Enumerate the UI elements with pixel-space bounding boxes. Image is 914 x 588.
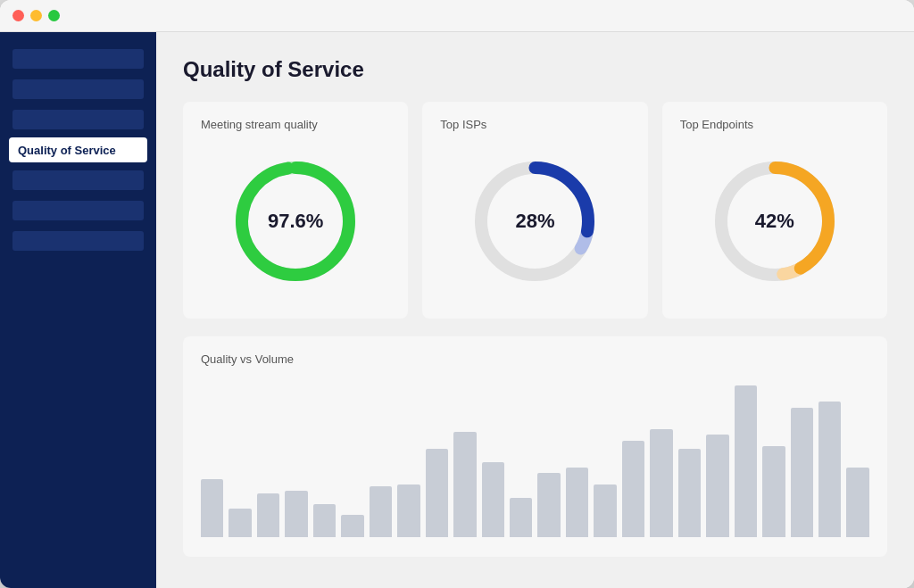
titlebar: [0, 0, 914, 32]
bar-20: [762, 446, 785, 537]
quality-volume-card: Quality vs Volume: [183, 336, 887, 557]
bar-18: [706, 435, 728, 537]
donut-top-isps: 28%: [468, 154, 602, 288]
sidebar-placeholder: [12, 79, 144, 99]
bar-0: [201, 479, 223, 537]
bar-5: [341, 515, 363, 537]
bar-16: [650, 429, 672, 537]
sidebar-item-item-1[interactable]: [9, 46, 147, 71]
bar-8: [426, 449, 448, 537]
bar-21: [791, 408, 813, 537]
bar-23: [846, 468, 868, 537]
sidebar-placeholder: [12, 49, 144, 69]
sidebar-placeholder: [12, 201, 144, 220]
donut-top-endpoints: 42%: [708, 154, 842, 288]
bar-15: [622, 441, 644, 537]
close-button[interactable]: [12, 10, 24, 21]
sidebar-item-label: Quality of Service: [9, 137, 147, 162]
card-title-top-isps: Top ISPs: [440, 118, 629, 131]
bar-12: [537, 473, 560, 537]
sidebar-item-item-6[interactable]: [9, 198, 147, 223]
donut-container-meeting-stream: 97.6%: [201, 145, 390, 302]
sidebar-item-item-7[interactable]: [9, 228, 147, 253]
sidebar-placeholder: [12, 170, 144, 190]
bar-7: [397, 484, 420, 537]
bar-22: [818, 402, 841, 537]
bar-13: [566, 468, 588, 537]
sidebar-placeholder: [12, 231, 144, 251]
app-window: Quality of Service Quality of Service Me…: [0, 0, 914, 588]
traffic-lights: [12, 10, 60, 21]
chart-title: Quality vs Volume: [201, 352, 869, 366]
bar-4: [313, 504, 336, 537]
sidebar-item-item-2[interactable]: [9, 77, 147, 102]
donut-value-top-isps: 28%: [515, 210, 554, 233]
sidebar: Quality of Service: [0, 32, 156, 588]
sidebar-item-item-3[interactable]: [9, 107, 147, 132]
bar-19: [735, 385, 757, 537]
donut-container-top-isps: 28%: [440, 145, 629, 302]
donut-container-top-endpoints: 42%: [680, 145, 869, 302]
sidebar-item-item-5[interactable]: [9, 168, 147, 193]
bar-11: [510, 498, 532, 537]
bar-10: [482, 462, 504, 537]
sidebar-item-item-qos[interactable]: Quality of Service: [9, 137, 147, 162]
main-content: Quality of Service Meeting stream qualit…: [156, 32, 914, 588]
donut-meeting-stream: 97.6%: [228, 154, 362, 288]
minimize-button[interactable]: [30, 10, 42, 21]
bar-17: [678, 449, 701, 537]
bar-14: [594, 484, 616, 537]
bar-9: [453, 432, 476, 537]
app-body: Quality of Service Quality of Service Me…: [0, 32, 914, 588]
bar-6: [370, 486, 392, 537]
bar-2: [257, 493, 279, 537]
cards-row: Meeting stream quality 97.6%Top ISPs 28%…: [183, 102, 887, 319]
card-title-meeting-stream: Meeting stream quality: [201, 118, 390, 131]
donut-value-top-endpoints: 42%: [755, 210, 794, 233]
bar-1: [228, 509, 251, 537]
card-title-top-endpoints: Top Endpoints: [680, 118, 869, 131]
donut-value-meeting-stream: 97.6%: [268, 210, 323, 233]
card-top-endpoints: Top Endpoints 42%: [662, 102, 887, 319]
card-meeting-stream: Meeting stream quality 97.6%: [183, 102, 408, 319]
bar-3: [285, 491, 307, 537]
card-top-isps: Top ISPs 28%: [422, 102, 647, 319]
maximize-button[interactable]: [48, 10, 60, 21]
sidebar-placeholder: [12, 110, 144, 129]
page-title: Quality of Service: [183, 57, 887, 82]
bar-chart: [201, 380, 869, 541]
